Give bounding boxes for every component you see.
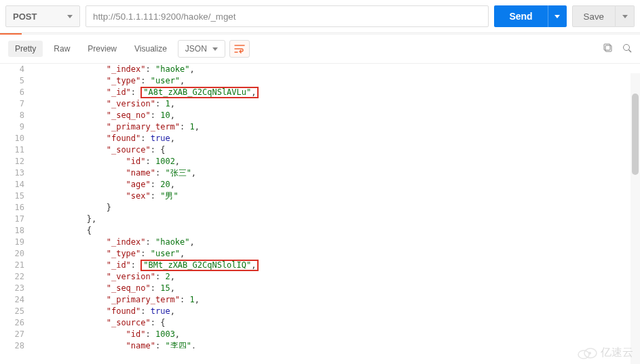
code-line: "_source": {	[48, 144, 640, 156]
format-select[interactable]: JSON	[178, 40, 225, 58]
code-line: "id": 1002,	[48, 156, 640, 167]
code-line: {	[48, 225, 640, 237]
code-line: "id": 1003,	[48, 329, 640, 340]
chevron-down-icon	[554, 15, 560, 18]
line-wrap-icon	[234, 44, 245, 54]
code-line: "_version": 1,	[48, 98, 640, 110]
code-line: },	[48, 214, 640, 225]
tab-pretty[interactable]: Pretty	[8, 41, 43, 57]
code-line: "name": "李四",	[48, 340, 640, 348]
wrap-lines-button[interactable]	[229, 40, 250, 58]
toolbar-right	[603, 43, 632, 55]
code-line: "_id": "BMt_zXAB_G2CqNSlolIQ",	[48, 260, 640, 271]
tab-visualize[interactable]: Visualize	[128, 41, 174, 57]
send-button[interactable]: Send	[494, 5, 547, 27]
save-options-button[interactable]	[616, 5, 635, 27]
scrollbar-thumb[interactable]	[632, 94, 639, 175]
request-bar: POST Send Save	[0, 0, 640, 33]
code-line: "_seq_no": 15,	[48, 283, 640, 294]
code-line: "_index": "haoke",	[48, 237, 640, 248]
response-body[interactable]: 4567891011121314151617181920212223242526…	[0, 64, 640, 348]
code-line: "name": "张三",	[48, 167, 640, 179]
save-group: Save	[572, 5, 635, 27]
method-label: POST	[13, 12, 37, 22]
code-line: "_id": "A8t_zXAB_G2CqNSlAVLu",	[48, 87, 640, 98]
tab-raw[interactable]: Raw	[47, 41, 77, 57]
url-input[interactable]	[86, 5, 489, 27]
svg-rect-1	[604, 44, 610, 50]
chevron-down-icon	[622, 15, 628, 18]
code-line: "found": true,	[48, 306, 640, 317]
code-line: "age": 20,	[48, 179, 640, 190]
highlighted-id: "BMt_zXAB_G2CqNSlolIQ",	[140, 260, 259, 271]
svg-point-2	[624, 44, 630, 50]
code-line: "_source": {	[48, 317, 640, 329]
vertical-scrollbar[interactable]	[630, 73, 640, 348]
svg-rect-0	[605, 45, 611, 52]
highlighted-id: "A8t_zXAB_G2CqNSlAVLu",	[140, 87, 259, 98]
svg-line-3	[629, 49, 632, 52]
code-line: "_primary_term": 1,	[48, 294, 640, 306]
http-method-select[interactable]: POST	[5, 5, 80, 27]
line-numbers: 4567891011121314151617181920212223242526…	[0, 64, 33, 348]
save-button[interactable]: Save	[572, 5, 616, 27]
send-options-button[interactable]	[548, 5, 567, 27]
fold-gutter	[33, 64, 43, 348]
format-label: JSON	[185, 44, 207, 54]
code-line: "_primary_term": 1,	[48, 121, 640, 133]
chevron-down-icon	[212, 47, 218, 51]
chevron-down-icon	[67, 15, 73, 18]
code-content: "_index": "haoke", "_type": "user", "_id…	[43, 64, 640, 348]
code-line: "_type": "user",	[48, 75, 640, 87]
tab-preview[interactable]: Preview	[81, 41, 124, 57]
send-group: Send	[494, 5, 566, 27]
copy-icon[interactable]	[603, 43, 613, 55]
code-line: "found": true,	[48, 133, 640, 144]
code-line: "_seq_no": 10,	[48, 110, 640, 121]
response-view-bar: Pretty Raw Preview Visualize JSON	[0, 35, 640, 64]
code-line: "_index": "haoke",	[48, 64, 640, 75]
search-icon[interactable]	[622, 43, 632, 55]
code-line: "_version": 2,	[48, 271, 640, 283]
code-line: }	[48, 202, 640, 214]
code-line: "sex": "男"	[48, 190, 640, 202]
code-line: "_type": "user",	[48, 248, 640, 260]
